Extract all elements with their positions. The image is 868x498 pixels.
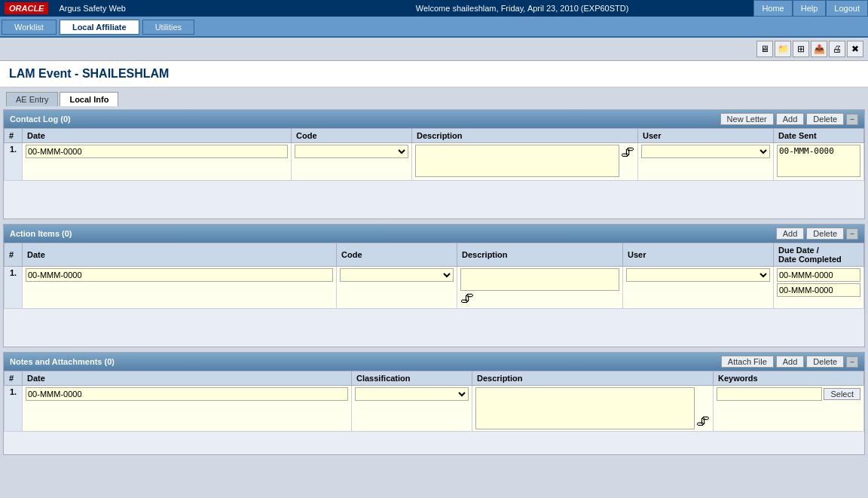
row-num: 1. xyxy=(5,267,23,309)
row-date-sent: 00-MMM-0000 xyxy=(774,143,864,181)
action-items-minimize-button[interactable]: − xyxy=(846,228,858,240)
description-textarea[interactable] xyxy=(460,268,619,291)
subtab-ae-entry[interactable]: AE Entry xyxy=(6,92,58,106)
col-description: Description xyxy=(412,129,638,143)
notes-add-button[interactable]: Add xyxy=(776,356,805,368)
attach-icon[interactable]: 🖇 xyxy=(696,414,710,429)
row-num: 1. xyxy=(5,386,23,432)
attach-icon[interactable]: 🖇 xyxy=(460,291,619,307)
user-select[interactable] xyxy=(626,268,770,282)
close-icon[interactable]: ✖ xyxy=(847,41,863,57)
notes-delete-button[interactable]: Delete xyxy=(806,356,844,368)
content-area: Contact Log (0) New Letter Add Delete − … xyxy=(0,106,868,498)
folder-icon[interactable]: 📁 xyxy=(775,41,791,57)
contact-log-minimize-button[interactable]: − xyxy=(846,114,858,125)
contact-log-section: Contact Log (0) New Letter Add Delete − … xyxy=(3,109,865,219)
export-icon[interactable]: 📤 xyxy=(811,41,827,57)
code-select[interactable] xyxy=(295,145,408,158)
contact-log-empty-space xyxy=(4,181,864,218)
col-num: # xyxy=(5,129,23,143)
date-input[interactable] xyxy=(26,145,288,158)
contact-log-delete-button[interactable]: Delete xyxy=(806,113,844,125)
row-classification xyxy=(352,386,472,432)
welcome-text: Welcome shaileshlam, Friday, April 23, 2… xyxy=(291,4,754,13)
action-items-title: Action Items (0) xyxy=(10,229,776,238)
col-due-date: Due Date /Date Completed xyxy=(774,243,864,267)
subtab-local-info[interactable]: Local Info xyxy=(60,92,118,106)
date-sent-textarea[interactable]: 00-MMM-0000 xyxy=(777,145,860,177)
contact-log-buttons: New Letter Add Delete − xyxy=(720,113,858,125)
grid-icon[interactable]: ⊞ xyxy=(793,41,809,57)
action-items-add-button[interactable]: Add xyxy=(776,228,805,240)
col-keywords: Keywords xyxy=(714,371,864,386)
col-num: # xyxy=(5,371,23,386)
home-nav-button[interactable]: Home xyxy=(753,0,792,17)
date-input[interactable] xyxy=(26,268,333,282)
col-code: Code xyxy=(337,243,457,267)
col-classification: Classification xyxy=(352,371,472,386)
row-user xyxy=(638,143,774,181)
attach-file-button[interactable]: Attach File xyxy=(721,356,774,368)
notes-minimize-button[interactable]: − xyxy=(846,356,858,368)
monitor-icon[interactable]: 🖥 xyxy=(756,41,773,57)
notes-attachments-title: Notes and Attachments (0) xyxy=(10,357,721,366)
contact-log-header: Contact Log (0) New Letter Add Delete − xyxy=(4,110,864,128)
col-date: Date xyxy=(23,371,352,386)
toolbar: 🖥 📁 ⊞ 📤 🖨 ✖ xyxy=(0,38,868,61)
code-select[interactable] xyxy=(340,268,454,282)
user-select[interactable] xyxy=(641,145,770,158)
col-description: Description xyxy=(457,243,623,267)
print-icon[interactable]: 🖨 xyxy=(829,41,845,57)
table-row: 1. 🖇 xyxy=(5,143,864,181)
row-date xyxy=(23,386,352,432)
date-completed-input[interactable] xyxy=(777,283,860,297)
action-items-delete-button[interactable]: Delete xyxy=(806,228,844,240)
top-nav: Home Help Logout xyxy=(753,0,868,17)
row-num: 1. xyxy=(5,143,23,181)
col-user: User xyxy=(623,243,774,267)
contact-log-add-button[interactable]: Add xyxy=(776,113,805,125)
logout-nav-button[interactable]: Logout xyxy=(826,0,868,17)
keywords-select-button[interactable]: Select xyxy=(824,388,860,400)
action-items-buttons: Add Delete − xyxy=(776,228,858,240)
action-items-section: Action Items (0) Add Delete − # Date Cod… xyxy=(3,224,865,347)
page-title: LAM Event - SHAILESHLAM xyxy=(0,61,868,87)
help-nav-button[interactable]: Help xyxy=(793,0,827,17)
contact-log-table: # Date Code Description User Date Sent 1… xyxy=(4,128,864,181)
due-date-input[interactable] xyxy=(777,268,860,282)
notes-empty-space xyxy=(4,432,864,454)
app-title: Argus Safety Web xyxy=(53,4,290,13)
row-due-dates xyxy=(774,267,864,309)
action-items-header: Action Items (0) Add Delete − xyxy=(4,225,864,243)
row-date xyxy=(23,267,337,309)
tab-local-affiliate[interactable]: Local Affiliate xyxy=(60,20,139,35)
new-letter-button[interactable]: New Letter xyxy=(720,113,774,125)
description-textarea[interactable] xyxy=(415,145,619,177)
date-input[interactable] xyxy=(26,387,348,401)
table-row: 1. 🖇 xyxy=(5,267,864,309)
description-textarea[interactable] xyxy=(475,387,695,429)
col-num: # xyxy=(5,243,23,267)
row-user xyxy=(623,267,774,309)
col-date: Date xyxy=(23,129,292,143)
notes-table: # Date Classification Description Keywor… xyxy=(4,371,864,432)
keywords-input[interactable] xyxy=(717,387,822,401)
tab-utilities[interactable]: Utilities xyxy=(142,20,194,35)
col-date: Date xyxy=(23,243,337,267)
top-bar: ORACLE Argus Safety Web Welcome shailesh… xyxy=(0,0,868,17)
sub-tabs: AE Entry Local Info xyxy=(0,87,868,106)
col-description: Description xyxy=(472,371,714,386)
contact-log-title: Contact Log (0) xyxy=(10,115,720,124)
row-code xyxy=(292,143,412,181)
row-date xyxy=(23,143,292,181)
classification-select[interactable] xyxy=(355,387,469,401)
row-description: 🖇 xyxy=(472,386,714,432)
notes-attachments-header: Notes and Attachments (0) Attach File Ad… xyxy=(4,353,864,371)
row-keywords: Select xyxy=(714,386,864,432)
action-items-table: # Date Code Description User Due Date /D… xyxy=(4,243,864,309)
notes-attachments-buttons: Attach File Add Delete − xyxy=(721,356,858,368)
col-date-sent: Date Sent xyxy=(774,129,864,143)
attach-icon[interactable]: 🖇 xyxy=(621,145,634,160)
col-code: Code xyxy=(292,129,412,143)
tab-worklist[interactable]: Worklist xyxy=(2,20,57,35)
